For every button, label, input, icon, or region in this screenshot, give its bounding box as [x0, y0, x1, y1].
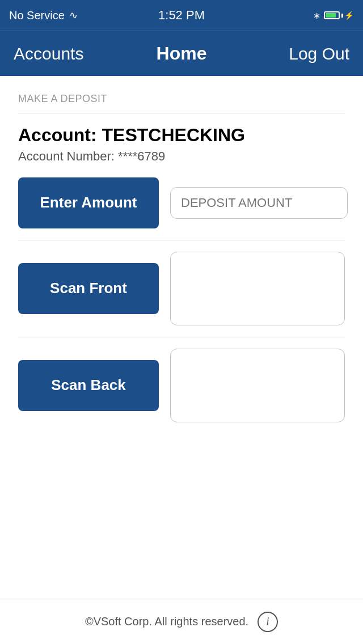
scan-back-button[interactable]: Scan Back — [18, 360, 159, 411]
page-title: Home — [157, 43, 207, 64]
no-service-label: No Service — [9, 9, 65, 22]
account-name: Account: TESTCHECKING — [18, 125, 345, 146]
divider-top — [18, 113, 345, 113]
scan-back-preview — [170, 349, 345, 422]
section-label: MAKE A DEPOSIT — [18, 93, 345, 105]
copyright-text: ©VSoft Corp. All rights reserved. — [85, 615, 248, 628]
accounts-nav-button[interactable]: Accounts — [14, 44, 83, 63]
nav-bar: Accounts Home Log Out — [0, 31, 363, 76]
status-bar: No Service ∿ 1:52 PM ∗ ⚡ — [0, 0, 363, 31]
divider-scan — [18, 337, 345, 337]
scan-back-row: Scan Back — [18, 349, 345, 434]
status-left: No Service ∿ — [9, 9, 78, 22]
account-number: Account Number: ****6789 — [18, 149, 345, 164]
logout-button[interactable]: Log Out — [289, 44, 349, 63]
footer: ©VSoft Corp. All rights reserved. i — [0, 599, 363, 644]
scan-front-row: Scan Front — [18, 252, 345, 337]
battery-container: ⚡ — [324, 11, 354, 20]
wifi-icon: ∿ — [69, 9, 78, 22]
charging-icon: ⚡ — [344, 11, 354, 20]
deposit-amount-input[interactable] — [170, 187, 348, 219]
status-right: ∗ ⚡ — [313, 10, 354, 21]
enter-amount-button[interactable]: Enter Amount — [18, 177, 159, 228]
battery-tip — [341, 14, 343, 18]
scan-front-button[interactable]: Scan Front — [18, 263, 159, 314]
battery-body — [324, 11, 340, 19]
battery-fill — [326, 13, 336, 18]
main-content: MAKE A DEPOSIT Account: TESTCHECKING Acc… — [0, 76, 363, 434]
bluetooth-icon: ∗ — [313, 10, 320, 21]
time-label: 1:52 PM — [158, 8, 205, 23]
info-button[interactable]: i — [258, 612, 278, 632]
enter-amount-row: Enter Amount — [18, 177, 345, 240]
scan-front-preview — [170, 252, 345, 325]
divider-middle — [18, 240, 345, 240]
